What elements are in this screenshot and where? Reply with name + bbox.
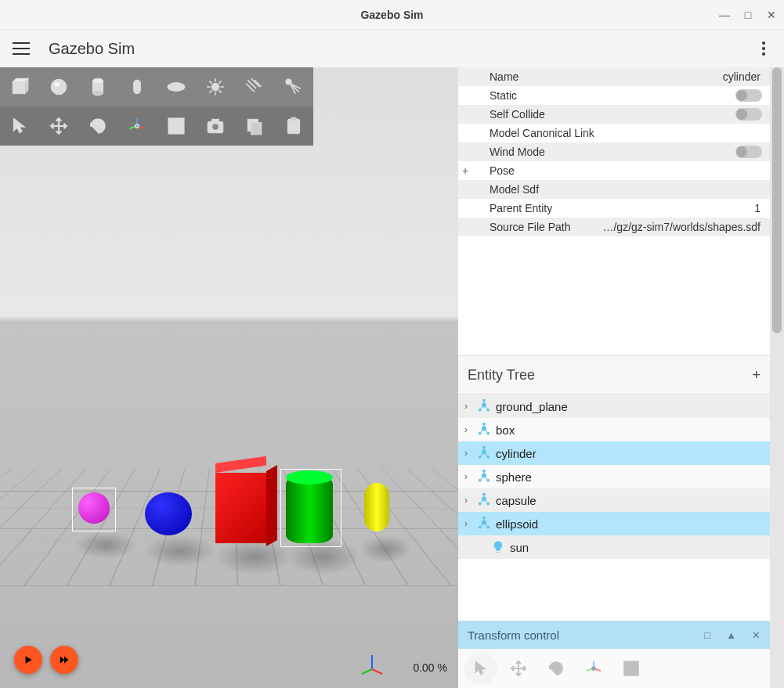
toggle-switch[interactable] <box>735 89 762 102</box>
play-button[interactable] <box>14 646 42 674</box>
app-title: Gazebo Sim <box>49 40 135 58</box>
svg-point-86 <box>482 493 486 495</box>
insert-sphere-button[interactable] <box>39 67 78 106</box>
transform-translate-button[interactable] <box>502 652 535 685</box>
minimize-icon[interactable]: — <box>718 9 731 21</box>
svg-rect-40 <box>212 119 219 122</box>
panel-collapse-icon[interactable]: ▲ <box>726 629 736 641</box>
transform-control-header[interactable]: Transform control □ ▲ ✕ <box>458 621 770 649</box>
insert-cylinder-button[interactable] <box>78 67 117 106</box>
model-icon <box>475 470 493 484</box>
inspector-row[interactable]: Source File Path…/gz/gz-sim7/worlds/shap… <box>458 218 770 236</box>
tree-item-cylinder[interactable]: ›cylinder <box>458 441 770 465</box>
svg-point-92 <box>486 526 490 529</box>
component-inspector: NamecylinderStaticSelf CollideModel Cano… <box>458 67 770 243</box>
svg-point-64 <box>486 432 490 435</box>
screenshot-button[interactable] <box>196 106 235 146</box>
chevron-right-icon[interactable]: › <box>464 448 475 459</box>
inspector-row[interactable]: Model Sdf <box>458 180 770 199</box>
panel-close-icon[interactable]: ✕ <box>752 629 761 641</box>
chevron-right-icon[interactable]: › <box>464 471 475 482</box>
insert-box-button[interactable] <box>0 67 39 106</box>
svg-point-4 <box>54 82 61 88</box>
vertical-scrollbar[interactable] <box>770 67 784 688</box>
inspector-row[interactable]: Parent Entity1 <box>458 199 770 218</box>
inspector-label: Parent Entity <box>472 202 754 214</box>
tree-item-ground_plane[interactable]: ›ground_plane <box>458 394 770 418</box>
transform-rotate-button[interactable] <box>540 652 573 685</box>
svg-point-63 <box>479 432 482 435</box>
kebab-menu-icon[interactable] <box>756 35 771 62</box>
inspector-value: …/gz/gz-sim7/worlds/shapes.sdf <box>602 221 765 233</box>
svg-line-16 <box>219 90 221 92</box>
chevron-right-icon[interactable]: › <box>464 518 475 529</box>
svg-marker-27 <box>13 118 24 132</box>
entity-tree-title: Entity Tree <box>468 367 535 384</box>
paste-button[interactable] <box>274 106 313 146</box>
scene-cylinder[interactable] <box>286 473 333 543</box>
svg-marker-48 <box>64 656 68 663</box>
inspector-row[interactable]: Self Collide <box>458 105 770 124</box>
insert-directional-light-button[interactable] <box>235 67 274 106</box>
inspector-label: Self Collide <box>472 108 735 121</box>
expand-icon[interactable]: + <box>458 164 472 177</box>
scene-ellipsoid[interactable] <box>78 492 110 524</box>
inspector-row[interactable]: Static <box>458 86 770 105</box>
tree-item-sphere[interactable]: ›sphere <box>458 465 770 488</box>
window-titlebar: Gazebo Sim — □ ✕ <box>0 0 784 30</box>
copy-button[interactable] <box>235 106 274 146</box>
grid-config-button[interactable] <box>157 106 196 146</box>
svg-point-55 <box>482 403 486 408</box>
tree-item-sun[interactable]: sun <box>458 535 770 559</box>
transform-axis-button[interactable] <box>577 652 610 685</box>
add-entity-button[interactable]: + <box>752 367 761 384</box>
model-icon <box>475 399 493 413</box>
insert-ellipsoid-button[interactable] <box>157 67 196 106</box>
inspector-label: Source File Path <box>472 221 602 233</box>
panel-undock-icon[interactable]: □ <box>704 629 710 641</box>
transform-select-button[interactable] <box>464 652 497 685</box>
svg-line-18 <box>219 81 221 83</box>
inspector-label: Static <box>472 89 735 102</box>
chevron-right-icon[interactable]: › <box>464 401 475 412</box>
scene-sphere[interactable] <box>145 492 192 535</box>
chevron-right-icon[interactable]: › <box>464 424 475 435</box>
insert-point-light-button[interactable] <box>196 67 235 106</box>
translate-tool-button[interactable] <box>39 106 78 146</box>
select-tool-button[interactable] <box>0 106 39 146</box>
svg-point-84 <box>479 502 482 506</box>
transform-snap-button[interactable] <box>615 652 648 685</box>
close-icon[interactable]: ✕ <box>765 9 778 21</box>
inspector-row[interactable]: Namecylinder <box>458 67 770 86</box>
inspector-label: Model Sdf <box>472 183 761 196</box>
inspector-row[interactable]: +Pose <box>458 161 770 180</box>
scene-capsule[interactable] <box>364 483 389 531</box>
inspector-label: Model Canonical Link <box>472 127 761 139</box>
insert-spot-light-button[interactable] <box>274 67 313 106</box>
viewport-3d[interactable]: 0.00 % <box>0 67 458 688</box>
tree-item-capsule[interactable]: ›capsule <box>458 488 770 512</box>
tree-item-label: capsule <box>496 494 537 507</box>
inspector-row[interactable]: Wind Mode <box>458 142 770 161</box>
svg-point-6 <box>93 78 103 84</box>
toggle-switch[interactable] <box>735 146 762 158</box>
svg-point-33 <box>135 124 139 128</box>
toggle-switch[interactable] <box>735 108 762 121</box>
step-forward-button[interactable] <box>50 646 78 674</box>
inspector-label: Name <box>472 70 723 83</box>
chevron-right-icon[interactable]: › <box>464 495 475 506</box>
scene-box[interactable] <box>215 473 266 543</box>
tree-item-ellipsoid[interactable]: ›ellipsoid <box>458 512 770 535</box>
tree-item-label: box <box>496 423 515 437</box>
transform-tool-button[interactable] <box>117 106 157 146</box>
maximize-icon[interactable]: □ <box>742 9 754 21</box>
svg-rect-8 <box>134 80 141 93</box>
tree-item-box[interactable]: ›box <box>458 418 770 441</box>
menu-icon[interactable] <box>13 42 30 55</box>
insert-capsule-button[interactable] <box>117 67 157 106</box>
rotate-tool-button[interactable] <box>78 106 117 146</box>
svg-point-78 <box>486 479 490 482</box>
inspector-row[interactable]: Model Canonical Link <box>458 124 770 142</box>
svg-rect-34 <box>168 118 184 134</box>
svg-point-7 <box>93 90 103 95</box>
